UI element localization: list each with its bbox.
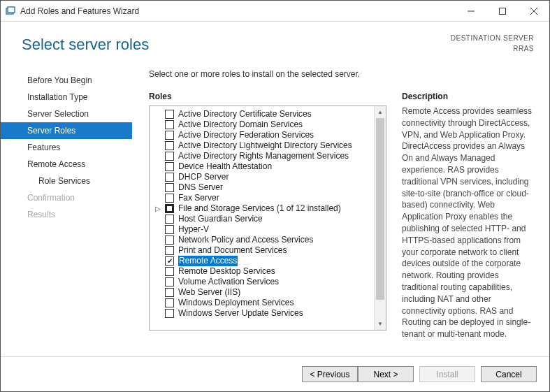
role-row[interactable]: Host Guardian Service xyxy=(150,214,374,224)
role-checkbox[interactable] xyxy=(165,152,174,161)
role-label: Network Policy and Access Services xyxy=(178,235,313,245)
role-row[interactable]: Active Directory Lightweight Directory S… xyxy=(150,140,374,151)
close-button[interactable] xyxy=(518,1,549,21)
wizard-header: Select server roles DESTINATION SERVER R… xyxy=(1,22,549,68)
role-label: Print and Document Services xyxy=(178,245,287,256)
nav-item[interactable]: Remote Access xyxy=(1,156,132,173)
role-row[interactable]: Active Directory Certificate Services xyxy=(150,109,374,119)
roles-column: Roles Active Directory Certificate Servi… xyxy=(149,92,386,356)
role-checkbox[interactable] xyxy=(165,141,174,150)
expand-icon[interactable]: ▷ xyxy=(155,203,161,214)
role-checkbox[interactable] xyxy=(165,162,174,171)
role-label: DNS Server xyxy=(178,182,223,193)
role-checkbox[interactable] xyxy=(165,309,174,318)
role-checkbox[interactable] xyxy=(165,131,174,140)
install-button: Install xyxy=(419,366,475,382)
role-checkbox[interactable] xyxy=(165,288,174,297)
nav-item[interactable]: Installation Type xyxy=(1,89,132,106)
role-label: Active Directory Federation Services xyxy=(178,130,314,140)
role-checkbox[interactable] xyxy=(165,173,174,182)
app-icon xyxy=(5,6,16,17)
description-column: Description Remote Access provides seaml… xyxy=(402,92,535,356)
next-button[interactable]: Next > xyxy=(358,366,414,382)
nav-item: Confirmation xyxy=(1,189,132,206)
scroll-up-button[interactable]: ▲ xyxy=(375,106,386,118)
roles-listbox: Active Directory Certificate ServicesAct… xyxy=(149,106,386,331)
minimize-button[interactable] xyxy=(455,1,486,21)
previous-button[interactable]: < Previous xyxy=(302,366,358,382)
scrollbar[interactable]: ▲ ▼ xyxy=(374,106,386,330)
role-row[interactable]: Active Directory Domain Services xyxy=(150,119,374,130)
role-row[interactable]: Web Server (IIS) xyxy=(150,287,374,298)
role-checkbox[interactable] xyxy=(165,215,174,224)
role-label: Volume Activation Services xyxy=(178,277,279,287)
role-label: Active Directory Rights Management Servi… xyxy=(178,151,349,161)
role-row[interactable]: ▷File and Storage Services (1 of 12 inst… xyxy=(150,203,374,214)
role-label: Active Directory Domain Services xyxy=(178,119,303,130)
role-label: Hyper-V xyxy=(178,224,209,235)
role-label: Active Directory Certificate Services xyxy=(178,109,312,119)
scroll-down-button[interactable]: ▼ xyxy=(375,318,386,330)
instruction-text: Select one or more roles to install on t… xyxy=(149,69,535,79)
destination-server-value: RRAS xyxy=(451,43,534,54)
role-checkbox[interactable] xyxy=(165,204,174,213)
role-row[interactable]: Device Health Attestation xyxy=(150,161,374,172)
role-checkbox[interactable] xyxy=(165,194,174,203)
description-label: Description xyxy=(402,92,535,101)
svg-rect-3 xyxy=(499,8,505,14)
role-checkbox[interactable] xyxy=(165,225,174,234)
role-checkbox[interactable] xyxy=(165,120,174,129)
role-checkbox[interactable] xyxy=(165,298,174,307)
scroll-track[interactable] xyxy=(375,118,386,318)
maximize-button[interactable] xyxy=(486,1,518,21)
nav-item[interactable]: Before You Begin xyxy=(1,72,132,89)
role-row[interactable]: Windows Deployment Services xyxy=(150,298,374,308)
role-checkbox[interactable] xyxy=(165,110,174,119)
role-label: Remote Desktop Services xyxy=(178,266,275,277)
scroll-thumb[interactable] xyxy=(376,118,384,300)
nav-item: Results xyxy=(1,206,132,223)
role-label: DHCP Server xyxy=(178,172,229,182)
window-title: Add Roles and Features Wizard xyxy=(20,6,139,16)
role-row[interactable]: Fax Server xyxy=(150,193,374,203)
nav-item[interactable]: Server Roles xyxy=(1,122,132,139)
title-bar: Add Roles and Features Wizard xyxy=(1,1,549,22)
role-row[interactable]: Network Policy and Access Services xyxy=(150,235,374,245)
role-checkbox[interactable] xyxy=(165,183,174,192)
nav-item[interactable]: Features xyxy=(1,139,132,156)
role-row[interactable]: DHCP Server xyxy=(150,172,374,182)
destination-server-label: DESTINATION SERVER xyxy=(451,33,534,43)
roles-label: Roles xyxy=(149,92,386,101)
role-checkbox[interactable] xyxy=(165,246,174,255)
svg-rect-1 xyxy=(8,7,15,13)
nav-item[interactable]: Role Services xyxy=(1,173,132,189)
role-checkbox[interactable] xyxy=(165,267,174,276)
destination-server-info: DESTINATION SERVER RRAS xyxy=(451,30,534,64)
role-row[interactable]: Active Directory Rights Management Servi… xyxy=(150,151,374,161)
role-label: Active Directory Lightweight Directory S… xyxy=(178,140,352,151)
role-checkbox[interactable] xyxy=(165,235,174,245)
role-row[interactable]: DNS Server xyxy=(150,182,374,193)
roles-list[interactable]: Active Directory Certificate ServicesAct… xyxy=(150,106,374,330)
role-checkbox[interactable] xyxy=(165,277,174,286)
wizard-nav: Before You BeginInstallation TypeServer … xyxy=(1,68,132,356)
nav-item[interactable]: Server Selection xyxy=(1,106,132,122)
role-row[interactable]: Volume Activation Services xyxy=(150,277,374,287)
role-row[interactable]: Windows Server Update Services xyxy=(150,308,374,319)
role-label: Fax Server xyxy=(178,193,219,203)
cancel-button[interactable]: Cancel xyxy=(481,366,537,382)
role-row[interactable]: Active Directory Federation Services xyxy=(150,130,374,140)
role-checkbox[interactable] xyxy=(165,256,174,266)
wizard-main: Select one or more roles to install on t… xyxy=(132,68,535,356)
role-row[interactable]: Remote Access xyxy=(150,256,374,266)
wizard-content: Before You BeginInstallation TypeServer … xyxy=(1,68,549,356)
role-row[interactable]: Hyper-V xyxy=(150,224,374,235)
page-title: Select server roles xyxy=(22,36,149,54)
role-label: Device Health Attestation xyxy=(178,161,272,172)
role-label: File and Storage Services (1 of 12 insta… xyxy=(178,203,341,214)
role-row[interactable]: Remote Desktop Services xyxy=(150,266,374,277)
role-label: Host Guardian Service xyxy=(178,214,263,224)
wizard-footer: < Previous Next > Install Cancel xyxy=(1,356,549,391)
description-text: Remote Access provides seamless connecti… xyxy=(402,106,535,340)
role-row[interactable]: Print and Document Services xyxy=(150,245,374,256)
